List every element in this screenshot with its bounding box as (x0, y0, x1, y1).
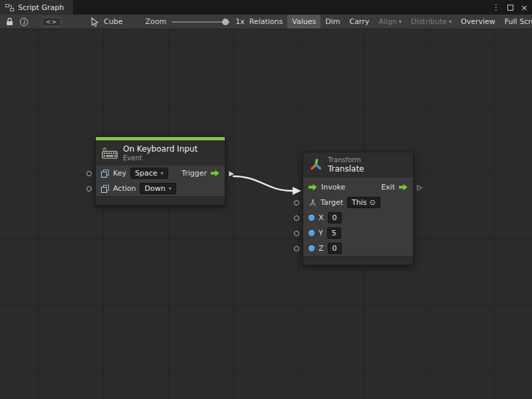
action-dropdown[interactable]: Down ▾ (140, 183, 176, 194)
zoom-slider-knob[interactable] (222, 19, 229, 25)
value-input-port[interactable] (86, 171, 92, 176)
row-y: Y 5 (303, 225, 413, 241)
row-z: Z 0 (303, 241, 413, 256)
value-input-port[interactable] (294, 246, 299, 251)
node-footer (96, 196, 225, 205)
z-value: 0 (332, 244, 337, 253)
node-header[interactable]: Transform Translate (303, 152, 413, 178)
maximize-icon[interactable] (507, 5, 513, 11)
flow-output-arrow-icon[interactable] (399, 184, 408, 191)
value-input-port[interactable] (294, 200, 299, 205)
row-label: Target (321, 198, 343, 207)
tab-label: Script Graph (18, 3, 64, 12)
transform-icon (309, 158, 323, 172)
target-object-label[interactable]: Cube (104, 17, 122, 26)
dim-button[interactable]: Dim (321, 15, 344, 29)
zoom-value: 1x (235, 17, 245, 26)
titlebar: Script Graph ⋮ × (0, 0, 532, 15)
value-input-port[interactable] (86, 186, 92, 192)
row-target: Target This ⊙ (303, 195, 413, 210)
flow-port-connected-icon[interactable]: ▶ (229, 170, 234, 177)
node-translate[interactable]: Transform Translate Invoke Exit ▷ (303, 152, 414, 265)
window-controls: ⋮ × (492, 0, 528, 15)
row-x: X 0 (303, 210, 413, 225)
kebab-menu-icon[interactable]: ⋮ (492, 3, 500, 12)
close-icon[interactable]: × (521, 3, 528, 12)
float-port-icon (309, 245, 315, 251)
node-title: On Keyboard Input (123, 144, 198, 154)
flow-input-arrow-icon[interactable] (309, 184, 317, 191)
row-label: X (319, 213, 324, 222)
variable-icon (101, 170, 109, 178)
object-picker-icon[interactable]: ⊙ (370, 198, 376, 207)
zoom-slider[interactable] (172, 21, 230, 23)
button-label: Values (292, 17, 316, 26)
key-dropdown[interactable]: Space ▾ (130, 168, 168, 179)
flow-port-empty-icon[interactable]: ▷ (417, 184, 422, 191)
overview-button[interactable]: Overview (456, 15, 500, 29)
caret-down-icon: ▾ (399, 19, 402, 25)
carry-button[interactable]: Carry (344, 15, 374, 29)
y-value-field[interactable]: 5 (327, 227, 341, 239)
value-input-port[interactable] (294, 215, 299, 221)
zoom-control: Zoom 1x (146, 17, 245, 26)
wire-path[interactable] (233, 176, 293, 191)
row-action: Action Down ▾ (96, 181, 225, 196)
flow-output-arrow-icon[interactable] (211, 170, 219, 177)
graph-target: Cube (90, 17, 122, 27)
node-title: Translate (328, 164, 364, 174)
node-footer (303, 256, 413, 265)
node-on-keyboard-input[interactable]: On Keyboard Input Event Key Space ▾ (95, 136, 225, 205)
x-value-field[interactable]: 0 (328, 212, 342, 223)
caret-down-icon: ▾ (449, 19, 452, 25)
zoom-label: Zoom (146, 17, 167, 26)
button-label: Align (378, 17, 397, 26)
button-label: Full Screen (505, 17, 532, 26)
graph-tab-icon (5, 4, 14, 11)
caret-down-icon: ▾ (160, 171, 163, 176)
target-field[interactable]: This ⊙ (347, 197, 380, 208)
invoke-label: Invoke (321, 183, 345, 192)
trigger-output-label: Trigger (182, 169, 207, 178)
dropdown-value: Space (135, 169, 158, 178)
lock-icon (6, 17, 13, 26)
values-button[interactable]: Values (287, 15, 321, 29)
align-button[interactable]: Align▾ (374, 15, 406, 29)
node-category: Transform (328, 156, 364, 164)
edit-source-button[interactable]: <> (42, 17, 61, 27)
target-value: This (352, 198, 366, 207)
transform-small-icon (309, 199, 317, 207)
z-value-field[interactable]: 0 (328, 243, 342, 254)
graph-canvas[interactable]: On Keyboard Input Event Key Space ▾ (0, 29, 532, 399)
lock-button[interactable] (3, 15, 17, 29)
dropdown-value: Down (144, 184, 165, 193)
distribute-button[interactable]: Distribute▾ (406, 15, 456, 29)
button-label: Relations (249, 17, 283, 26)
row-label: Y (319, 229, 323, 237)
node-header[interactable]: On Keyboard Input Event (96, 140, 225, 166)
exit-label: Exit (381, 183, 395, 192)
connection-wire[interactable] (0, 29, 532, 399)
relations-button[interactable]: Relations (245, 15, 288, 29)
wire-arrowhead (293, 187, 301, 195)
info-button[interactable]: i (17, 15, 31, 29)
full-screen-button[interactable]: Full Screen (500, 15, 532, 29)
float-port-icon (309, 215, 315, 221)
node-subtitle: Event (123, 154, 198, 162)
button-label: Distribute (411, 17, 447, 26)
button-label: Overview (461, 17, 495, 26)
y-value: 5 (332, 229, 336, 237)
button-label: Carry (349, 17, 369, 26)
caret-down-icon: ▾ (169, 186, 172, 192)
value-input-port[interactable] (294, 231, 299, 236)
variable-icon (101, 185, 109, 193)
node-body: Invoke Exit ▷ (303, 178, 413, 256)
toolbar-buttons: Relations Values Dim Carry Align▾ Distri… (245, 15, 532, 29)
x-value: 0 (332, 213, 337, 222)
row-label: Action (113, 184, 136, 193)
row-key: Key Space ▾ Trigger ▶ (96, 166, 225, 181)
row-invoke: Invoke Exit ▷ (303, 180, 413, 195)
tab-script-graph[interactable]: Script Graph (0, 0, 74, 15)
info-icon: i (20, 18, 28, 26)
node-body: Key Space ▾ Trigger ▶ (96, 166, 225, 196)
